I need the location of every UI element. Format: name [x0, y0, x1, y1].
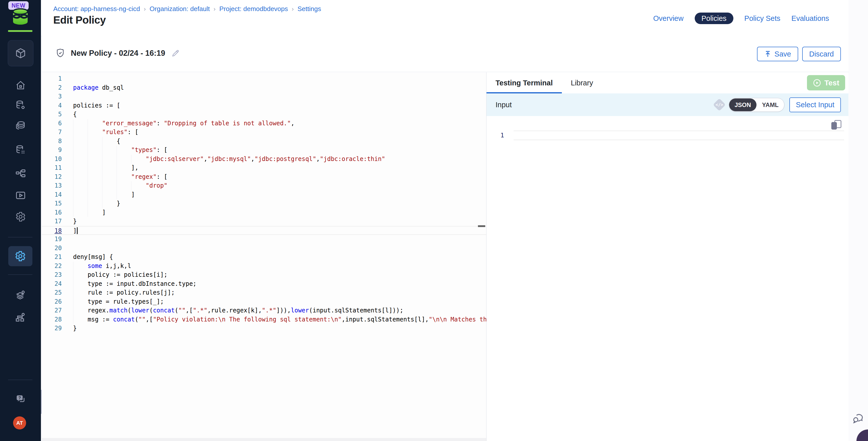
- code-line[interactable]: 11 ],: [42, 163, 486, 172]
- breadcrumb-settings[interactable]: Settings: [298, 5, 321, 13]
- sidebar-item-project-settings-active[interactable]: [8, 246, 32, 266]
- sidebar-module-tile[interactable]: [8, 40, 33, 66]
- gear-icon: [15, 212, 26, 222]
- panel-tabs: Testing Terminal Library: [487, 72, 848, 93]
- policy-toolbar: New Policy - 02/24 - 16:19 Save Discard: [42, 36, 848, 72]
- tab-overview[interactable]: Overview: [653, 14, 684, 23]
- format-toggle: JSON YAML: [729, 98, 784, 112]
- code-line[interactable]: 7 "rules": [: [42, 128, 486, 137]
- sidebar-item-database-stack[interactable]: [15, 120, 26, 131]
- code-lines: 12package db_sql34policies := [5{6 "erro…: [42, 74, 486, 333]
- code-line[interactable]: 2package db_sql: [42, 83, 486, 92]
- code-line[interactable]: 26 type = rule.types[_];: [42, 297, 486, 306]
- breadcrumb-separator: ›: [292, 5, 294, 12]
- code-line[interactable]: 9 "types": [: [42, 146, 486, 155]
- shield-check-icon: [56, 48, 65, 59]
- sidebar-item-org-settings[interactable]: [15, 312, 26, 323]
- save-button[interactable]: Save: [757, 47, 798, 61]
- chat-bubbles-icon: [851, 412, 865, 426]
- tab-testing-terminal[interactable]: Testing Terminal: [487, 72, 562, 93]
- edit-pencil-icon[interactable]: [171, 49, 180, 58]
- code-line[interactable]: 24 type := input.dbInstance.type;: [42, 280, 486, 289]
- code-line[interactable]: 10 "jdbc:sqlserver","jdbc:mysql","jdbc:p…: [42, 155, 486, 164]
- sidebar-item-database-query[interactable]: [15, 144, 26, 155]
- input-label: Input: [496, 101, 512, 109]
- code-line[interactable]: 18]: [42, 226, 486, 235]
- sidebar-item-database-settings[interactable]: [15, 99, 26, 111]
- code-line[interactable]: 23 policy := policies[i];: [42, 271, 486, 280]
- upload-icon: [764, 50, 772, 58]
- page-title: Edit Policy: [53, 14, 106, 26]
- edit-policy-page: NEW: [0, 0, 868, 441]
- code-line[interactable]: 28 msg := concat("",["Policy violation:\…: [42, 315, 486, 324]
- test-button[interactable]: Test: [807, 75, 845, 90]
- code-line[interactable]: 21deny[msg] {: [42, 253, 486, 262]
- sidebar-item-home[interactable]: [15, 80, 26, 91]
- svg-text:?: ?: [18, 396, 21, 400]
- tab-policy-sets[interactable]: Policy Sets: [744, 14, 780, 23]
- home-icon: [15, 80, 26, 91]
- code-line[interactable]: 20: [42, 244, 486, 253]
- play-rectangle-icon: [15, 190, 26, 201]
- org-structure-gear-icon: [15, 312, 26, 323]
- discard-button[interactable]: Discard: [802, 47, 841, 61]
- select-input-button[interactable]: Select Input: [789, 97, 841, 112]
- tab-policies-active[interactable]: Policies: [695, 12, 733, 24]
- module-cube-icon: [15, 48, 26, 59]
- support-chat-button[interactable]: [851, 412, 865, 426]
- toggle-yaml[interactable]: YAML: [756, 98, 784, 111]
- code-line[interactable]: 15 }: [42, 199, 486, 208]
- code-line[interactable]: 1: [42, 74, 486, 83]
- code-line[interactable]: 25 rule := policy.rules[j];: [42, 288, 486, 297]
- policy-name: New Policy - 02/24 - 16:19: [71, 49, 165, 58]
- code-line[interactable]: 3: [42, 92, 486, 101]
- testing-panel: Testing Terminal Library Test Input </> …: [487, 72, 848, 441]
- sidebar-item-help[interactable]: ?: [15, 393, 26, 405]
- code-line[interactable]: 16 ]: [42, 208, 486, 217]
- code-line[interactable]: 14 ]: [42, 190, 486, 199]
- sidebar-item-executions[interactable]: [15, 190, 26, 201]
- sidebar-divider: [8, 275, 32, 275]
- editor-horizontal-scrollbar[interactable]: [42, 438, 486, 441]
- sidebar-item-settings[interactable]: [15, 211, 26, 222]
- code-line[interactable]: 13 "drop": [42, 181, 486, 190]
- code-line[interactable]: 19: [42, 235, 486, 244]
- input-editor[interactable]: 1: [487, 116, 848, 441]
- breadcrumb-separator: ›: [214, 5, 216, 12]
- coins-stack-icon: [15, 120, 26, 131]
- input-line-number: 1: [487, 132, 504, 139]
- db-devops-logo-icon[interactable]: [11, 8, 30, 25]
- gear-active-icon: [15, 251, 26, 262]
- tab-library[interactable]: Library: [562, 72, 602, 93]
- breadcrumb-project[interactable]: Project: demodbdevops: [219, 5, 288, 13]
- code-line[interactable]: 5{: [42, 110, 486, 119]
- database-gear-icon: [15, 100, 26, 110]
- input-current-line[interactable]: 1: [487, 131, 844, 140]
- code-line[interactable]: 29}: [42, 324, 486, 333]
- input-line-box[interactable]: [514, 131, 844, 140]
- code-line[interactable]: 8 {: [42, 137, 486, 146]
- sidebar: NEW: [0, 0, 41, 441]
- policy-code-editor[interactable]: 12package db_sql34policies := [5{6 "erro…: [42, 72, 486, 441]
- code-line[interactable]: 17}: [42, 217, 486, 226]
- database-dots-icon: [15, 145, 26, 155]
- sidebar-item-pipelines[interactable]: [15, 168, 26, 179]
- code-format-icon[interactable]: </>: [713, 98, 725, 111]
- sidebar-divider: [8, 380, 32, 380]
- pipeline-flow-icon: [15, 168, 26, 179]
- code-line[interactable]: 22 some i,j,k,l: [42, 262, 486, 271]
- help-chat-icon: ?: [15, 393, 26, 405]
- code-line[interactable]: 6 "error_message": "Dropping of table is…: [42, 119, 486, 128]
- user-avatar[interactable]: AT: [13, 416, 26, 430]
- breadcrumb-account[interactable]: Account: app-harness-ng-cicd: [53, 5, 140, 13]
- sidebar-item-layers-settings[interactable]: [15, 289, 26, 301]
- breadcrumb-separator: ›: [144, 5, 146, 12]
- cursor-overview-marker: [478, 225, 485, 227]
- code-line[interactable]: 12 "regex": [: [42, 172, 486, 182]
- toggle-json[interactable]: JSON: [729, 98, 756, 111]
- code-line[interactable]: 4policies := [: [42, 101, 486, 110]
- breadcrumb-organization[interactable]: Organization: default: [149, 5, 210, 13]
- tab-evaluations[interactable]: Evaluations: [792, 14, 829, 23]
- copy-icon[interactable]: [831, 120, 841, 130]
- code-line[interactable]: 27 regex.match(lower(concat("",[".*",rul…: [42, 306, 486, 315]
